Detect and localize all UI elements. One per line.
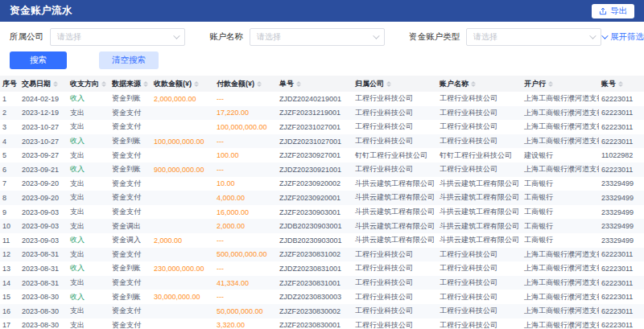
table-row: 12024-02-19收入资金到账2,000,000.00---ZJDZ2024… [0,92,644,106]
column-header[interactable]: 账户名称 [437,76,522,92]
sort-icon[interactable] [618,81,623,87]
cell-source: 资金到账 [109,261,151,276]
cell-number: 62223011 [599,134,644,149]
cell-account: 斗拱云建筑工程有限公司 [437,205,522,220]
cell-direction: 收入 [68,233,109,248]
sort-icon[interactable] [143,81,148,87]
cell-date: 2023-09-03 [19,219,68,233]
cell-date: 2023-09-20 [19,191,68,205]
cell-number: 23329499 [599,233,644,248]
table-row: 52023-09-27支出资金支付100.00ZJZF20230927001钉钉… [0,148,644,162]
cell-company: 工程行业科技公司 [353,162,437,177]
column-header[interactable]: 开户行 [522,76,599,92]
cell-receipt [151,120,214,134]
transactions-table: 序号交易日期收支方向数据来源收款金额(¥)付款金额(¥)单号归属公司账户名称开户… [0,76,644,329]
sort-icon[interactable] [101,81,106,87]
column-header[interactable]: 单号 [277,76,353,92]
cell-date: 2023-09-21 [19,162,68,177]
expand-filters-label: 展开筛选 [610,31,644,43]
table-row: 112023-09-03收入资金调入2,000.00---ZJDB2023090… [0,233,644,248]
cell-no: 12 [0,248,19,262]
cell-date: 2023-09-03 [19,205,68,220]
cell-order: ZJZF20230927001 [277,148,353,162]
cell-number: 62223011 [599,319,644,329]
cell-receipt [151,276,214,290]
cell-bank: 上海工商银行濮河道支行 [522,106,599,121]
cell-date: 2023-09-27 [19,148,68,162]
cell-receipt [151,219,214,233]
column-header[interactable]: 交易日期 [19,76,68,92]
cell-company: 工程行业科技公司 [353,248,437,262]
expand-filters-link[interactable]: 展开筛选 [601,31,644,43]
column-header-label: 账号 [601,80,616,88]
table-row: 172023-08-30支出资金支付3,320.00ZJZF2023083000… [0,319,644,329]
cell-receipt [151,205,214,220]
cell-date: 2023-08-30 [19,304,68,319]
export-icon [599,7,607,15]
clear-search-button[interactable]: 清空搜索 [99,51,159,69]
sort-icon[interactable] [194,81,199,87]
column-header[interactable]: 收款金额(¥) [151,76,214,92]
table-row: 22023-12-19支出资金支付17,220.00ZJZF2023121900… [0,106,644,121]
table-row: 42023-10-27收入资金到账100,000,000.00---ZJDZ20… [0,134,644,149]
sort-icon[interactable] [257,81,262,87]
cell-company: 斗拱云建筑工程有限公司 [353,233,437,248]
cell-source: 资金到账 [109,92,151,106]
column-header-label: 归属公司 [355,80,384,88]
cell-direction: 支出 [68,304,109,319]
cell-direction: 支出 [68,106,109,121]
cell-number: 23329499 [599,177,644,191]
column-header[interactable]: 归属公司 [353,76,437,92]
column-header[interactable]: 数据来源 [109,76,151,92]
sort-icon[interactable] [386,81,391,87]
column-header[interactable]: 账号 [599,76,644,92]
cell-bank: 上海工商银行濮河道支行 [522,92,599,106]
cell-no: 10 [0,219,19,233]
cell-company: 工程行业科技公司 [353,134,437,149]
search-button[interactable]: 搜索 [10,51,67,69]
cell-number: 62223011 [599,290,644,304]
column-header[interactable]: 付款金额(¥) [214,76,277,92]
cell-company: 斗拱云建筑工程有限公司 [353,205,437,220]
sort-icon[interactable] [548,81,553,87]
table-row: 72023-09-20支出资金支付10.00ZJZF20230920002斗拱云… [0,177,644,191]
column-header[interactable]: 收支方向 [68,76,109,92]
cell-source: 资金调入 [109,233,151,248]
cell-bank: 上海工商银行濮河道支行 [522,319,599,329]
filter-account-name: 账户名称 请选择 [209,28,385,46]
cell-account: 斗拱云建筑工程有限公司 [437,191,522,205]
cell-company: 工程行业科技公司 [353,276,437,290]
cell-source: 资金支付 [109,106,151,121]
cell-date: 2023-08-31 [19,248,68,262]
cell-bank: 工商银行 [522,205,599,220]
export-button[interactable]: 导出 [592,4,634,19]
column-header-label: 账户名称 [440,80,469,88]
cell-number: 62223011 [599,304,644,319]
sort-icon[interactable] [296,81,301,87]
account-type-select[interactable]: 请选择 [466,28,601,46]
table-row: 102023-09-03支出资金调出2,000.00ZJDB2023090300… [0,219,644,233]
cell-order: ZJZF20231219001 [277,106,353,121]
sort-icon[interactable] [53,81,58,87]
cell-order: ZJDZ20230921001 [277,162,353,177]
cell-company: 斗拱云建筑工程有限公司 [353,219,437,233]
filter-bar: 所属公司 请选择 账户名称 请选择 资金账户类型 请选择 展开筛选 [0,22,644,46]
actions-row: 搜索 清空搜索 [0,46,644,76]
cell-no: 16 [0,304,19,319]
column-header-label: 交易日期 [22,80,51,88]
cell-account: 斗拱云建筑工程有限公司 [437,219,522,233]
cell-account: 钉钉工程行业科技公司 [437,148,522,162]
cell-account: 工程行业科技公司 [437,92,522,106]
cell-payment: 4,000.00 [214,191,277,205]
cell-date: 2024-02-19 [19,92,68,106]
cell-bank: 工商银行 [522,191,599,205]
fund-account-flow-page: 资金账户流水 导出 所属公司 请选择 账户名称 请选择 [0,0,644,329]
cell-direction: 支出 [68,120,109,134]
cell-number: 62223011 [599,120,644,134]
account-name-select[interactable]: 请选择 [250,28,385,46]
company-select[interactable]: 请选择 [50,28,185,46]
cell-payment: --- [214,290,277,304]
cell-payment: 100.00 [214,148,277,162]
sort-icon[interactable] [471,81,476,87]
filter-company: 所属公司 请选择 [10,28,185,46]
